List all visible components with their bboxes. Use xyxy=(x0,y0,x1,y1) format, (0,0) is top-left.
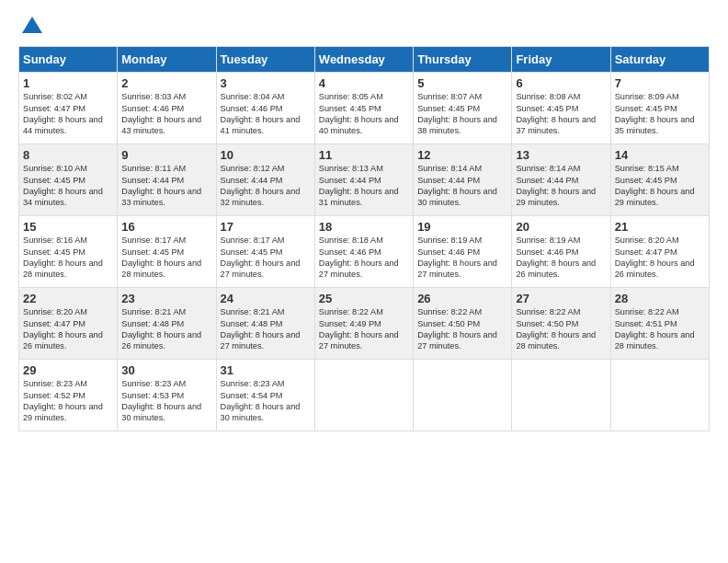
day-number: 4 xyxy=(319,76,409,90)
logo-text xyxy=(18,15,44,39)
cell-details: Sunrise: 8:08 AMSunset: 4:45 PMDaylight:… xyxy=(516,91,606,137)
calendar-cell: 2Sunrise: 8:03 AMSunset: 4:46 PMDaylight… xyxy=(118,73,216,144)
cell-details: Sunrise: 8:23 AMSunset: 4:53 PMDaylight:… xyxy=(121,378,211,424)
calendar-cell xyxy=(414,360,512,431)
day-number: 1 xyxy=(23,76,113,90)
cell-details: Sunrise: 8:02 AMSunset: 4:47 PMDaylight:… xyxy=(23,91,113,137)
cell-details: Sunrise: 8:05 AMSunset: 4:45 PMDaylight:… xyxy=(319,91,409,137)
calendar-cell xyxy=(314,360,413,431)
calendar-cell: 5Sunrise: 8:07 AMSunset: 4:45 PMDaylight… xyxy=(414,73,512,144)
cell-details: Sunrise: 8:17 AMSunset: 4:45 PMDaylight:… xyxy=(221,235,311,281)
cell-details: Sunrise: 8:07 AMSunset: 4:45 PMDaylight:… xyxy=(417,91,507,137)
calendar-cell: 16Sunrise: 8:17 AMSunset: 4:45 PMDayligh… xyxy=(118,216,216,288)
day-number: 21 xyxy=(615,220,705,234)
cell-details: Sunrise: 8:14 AMSunset: 4:44 PMDaylight:… xyxy=(417,163,507,209)
calendar-cell: 11Sunrise: 8:13 AMSunset: 4:44 PMDayligh… xyxy=(314,144,413,216)
calendar-cell: 17Sunrise: 8:17 AMSunset: 4:45 PMDayligh… xyxy=(216,216,314,288)
day-number: 16 xyxy=(121,220,211,234)
calendar-cell: 10Sunrise: 8:12 AMSunset: 4:44 PMDayligh… xyxy=(216,144,314,216)
cell-details: Sunrise: 8:12 AMSunset: 4:44 PMDaylight:… xyxy=(221,163,311,209)
calendar-cell xyxy=(610,360,709,431)
calendar-cell: 15Sunrise: 8:16 AMSunset: 4:45 PMDayligh… xyxy=(19,216,118,288)
cell-details: Sunrise: 8:03 AMSunset: 4:46 PMDaylight:… xyxy=(121,91,211,137)
day-number: 18 xyxy=(319,220,409,234)
svg-marker-0 xyxy=(22,17,42,33)
day-number: 15 xyxy=(23,220,113,234)
day-header-saturday: Saturday xyxy=(610,47,709,73)
calendar-cell: 23Sunrise: 8:21 AMSunset: 4:48 PMDayligh… xyxy=(118,288,216,360)
calendar-cell: 27Sunrise: 8:22 AMSunset: 4:50 PMDayligh… xyxy=(512,288,610,360)
cell-details: Sunrise: 8:22 AMSunset: 4:49 PMDaylight:… xyxy=(319,306,409,352)
calendar-cell: 26Sunrise: 8:22 AMSunset: 4:50 PMDayligh… xyxy=(414,288,512,360)
logo-icon xyxy=(20,15,44,39)
calendar-cell: 18Sunrise: 8:18 AMSunset: 4:46 PMDayligh… xyxy=(314,216,413,288)
day-number: 3 xyxy=(221,76,311,90)
day-header-friday: Friday xyxy=(512,47,610,73)
day-number: 7 xyxy=(615,76,705,90)
calendar-cell: 19Sunrise: 8:19 AMSunset: 4:46 PMDayligh… xyxy=(414,216,512,288)
cell-details: Sunrise: 8:20 AMSunset: 4:47 PMDaylight:… xyxy=(23,306,113,352)
cell-details: Sunrise: 8:19 AMSunset: 4:46 PMDaylight:… xyxy=(417,235,507,281)
day-number: 30 xyxy=(121,363,211,377)
day-number: 13 xyxy=(516,148,606,162)
cell-details: Sunrise: 8:21 AMSunset: 4:48 PMDaylight:… xyxy=(221,306,311,352)
calendar-cell: 9Sunrise: 8:11 AMSunset: 4:44 PMDaylight… xyxy=(118,144,216,216)
day-header-tuesday: Tuesday xyxy=(216,47,314,73)
day-number: 6 xyxy=(516,76,606,90)
day-header-sunday: Sunday xyxy=(19,47,118,73)
cell-details: Sunrise: 8:18 AMSunset: 4:46 PMDaylight:… xyxy=(319,235,409,281)
day-number: 2 xyxy=(121,76,211,90)
calendar-cell: 31Sunrise: 8:23 AMSunset: 4:54 PMDayligh… xyxy=(216,360,314,431)
cell-details: Sunrise: 8:20 AMSunset: 4:47 PMDaylight:… xyxy=(615,235,705,281)
header-row: SundayMondayTuesdayWednesdayThursdayFrid… xyxy=(19,47,710,73)
calendar-cell: 30Sunrise: 8:23 AMSunset: 4:53 PMDayligh… xyxy=(118,360,216,431)
day-number: 25 xyxy=(319,292,409,305)
day-number: 9 xyxy=(121,148,211,162)
calendar-cell: 20Sunrise: 8:19 AMSunset: 4:46 PMDayligh… xyxy=(512,216,610,288)
cell-details: Sunrise: 8:22 AMSunset: 4:50 PMDaylight:… xyxy=(516,306,606,352)
cell-details: Sunrise: 8:13 AMSunset: 4:44 PMDaylight:… xyxy=(319,163,409,209)
day-number: 12 xyxy=(417,148,507,162)
day-number: 27 xyxy=(516,292,606,305)
day-header-wednesday: Wednesday xyxy=(314,47,413,73)
day-number: 17 xyxy=(221,220,311,234)
cell-details: Sunrise: 8:19 AMSunset: 4:46 PMDaylight:… xyxy=(516,235,606,281)
day-number: 11 xyxy=(319,148,409,162)
week-row-5: 29Sunrise: 8:23 AMSunset: 4:52 PMDayligh… xyxy=(19,360,710,431)
day-header-monday: Monday xyxy=(118,47,216,73)
calendar-cell: 8Sunrise: 8:10 AMSunset: 4:45 PMDaylight… xyxy=(19,144,118,216)
day-number: 28 xyxy=(615,292,705,305)
calendar-cell: 14Sunrise: 8:15 AMSunset: 4:45 PMDayligh… xyxy=(610,144,709,216)
day-number: 19 xyxy=(417,220,507,234)
page: SundayMondayTuesdayWednesdayThursdayFrid… xyxy=(0,0,728,441)
calendar-cell: 29Sunrise: 8:23 AMSunset: 4:52 PMDayligh… xyxy=(19,360,118,431)
calendar-cell: 7Sunrise: 8:09 AMSunset: 4:45 PMDaylight… xyxy=(610,73,709,144)
week-row-4: 22Sunrise: 8:20 AMSunset: 4:47 PMDayligh… xyxy=(19,288,710,360)
cell-details: Sunrise: 8:09 AMSunset: 4:45 PMDaylight:… xyxy=(615,91,705,137)
cell-details: Sunrise: 8:16 AMSunset: 4:45 PMDaylight:… xyxy=(23,235,113,281)
calendar-cell: 22Sunrise: 8:20 AMSunset: 4:47 PMDayligh… xyxy=(19,288,118,360)
calendar-table: SundayMondayTuesdayWednesdayThursdayFrid… xyxy=(18,46,710,431)
cell-details: Sunrise: 8:23 AMSunset: 4:52 PMDaylight:… xyxy=(23,378,113,424)
day-number: 23 xyxy=(121,292,211,305)
cell-details: Sunrise: 8:11 AMSunset: 4:44 PMDaylight:… xyxy=(121,163,211,209)
calendar-cell: 6Sunrise: 8:08 AMSunset: 4:45 PMDaylight… xyxy=(512,73,610,144)
cell-details: Sunrise: 8:22 AMSunset: 4:50 PMDaylight:… xyxy=(417,306,507,352)
cell-details: Sunrise: 8:22 AMSunset: 4:51 PMDaylight:… xyxy=(615,306,705,352)
cell-details: Sunrise: 8:15 AMSunset: 4:45 PMDaylight:… xyxy=(615,163,705,209)
calendar-cell: 21Sunrise: 8:20 AMSunset: 4:47 PMDayligh… xyxy=(610,216,709,288)
day-number: 10 xyxy=(221,148,311,162)
cell-details: Sunrise: 8:17 AMSunset: 4:45 PMDaylight:… xyxy=(121,235,211,281)
calendar-cell: 1Sunrise: 8:02 AMSunset: 4:47 PMDaylight… xyxy=(19,73,118,144)
calendar-cell: 24Sunrise: 8:21 AMSunset: 4:48 PMDayligh… xyxy=(216,288,314,360)
day-number: 29 xyxy=(23,363,113,377)
cell-details: Sunrise: 8:23 AMSunset: 4:54 PMDaylight:… xyxy=(221,378,311,424)
week-row-3: 15Sunrise: 8:16 AMSunset: 4:45 PMDayligh… xyxy=(19,216,710,288)
day-number: 24 xyxy=(221,292,311,305)
day-number: 22 xyxy=(23,292,113,305)
day-header-thursday: Thursday xyxy=(414,47,512,73)
day-number: 14 xyxy=(615,148,705,162)
logo xyxy=(18,15,44,37)
week-row-1: 1Sunrise: 8:02 AMSunset: 4:47 PMDaylight… xyxy=(19,73,710,144)
header xyxy=(18,15,710,37)
